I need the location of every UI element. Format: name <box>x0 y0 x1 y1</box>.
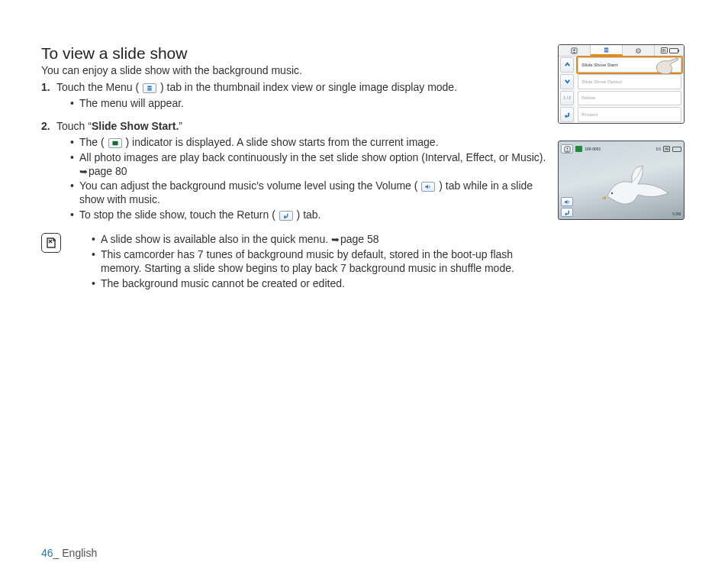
scroll-up-button <box>560 57 574 73</box>
step1-text-b: ) tab in the thumbnail index view or sin… <box>160 81 457 93</box>
step2-text-b: ” <box>179 120 182 132</box>
menu-row-protect: Protect <box>578 107 681 122</box>
resolution-label: 5.0M <box>672 212 681 216</box>
page-indicator: 1 / 2 <box>560 91 574 106</box>
battery-icon <box>672 147 681 152</box>
touch-finger-icon <box>653 58 679 75</box>
svg-point-7 <box>566 147 568 149</box>
step-2: Touch “Slide Show Start.” The ( ) indica… <box>41 120 556 222</box>
tab-settings-icon <box>623 45 655 56</box>
note-bullet-3: The background music cannot be created o… <box>92 277 556 291</box>
overlay-playback-icon <box>561 144 573 154</box>
seagull-image <box>600 163 673 208</box>
step1-bullet-1: The menu will appear. <box>70 97 556 111</box>
step2-bullet-3: You can adjust the background music's vo… <box>70 179 556 207</box>
illustration-playback-screen: 100-0001 1/1 IN 5.0M <box>558 141 685 220</box>
battery-icon <box>669 48 678 53</box>
section-title: To view a slide show <box>41 44 556 63</box>
page-ref-arrow-icon <box>331 233 340 245</box>
file-counter: 100-0001 <box>585 147 601 151</box>
overlay-return-button <box>561 208 573 217</box>
step1-text-a: Touch the Menu ( <box>56 81 139 93</box>
menu-row-slide-show-start: Slide Show Start <box>578 57 681 73</box>
intro-text: You can enjoy a slide show with the back… <box>41 64 556 76</box>
volume-icon <box>421 182 435 192</box>
tab-menu-icon <box>591 45 623 56</box>
note-bullet-2: This camcorder has 7 tunes of background… <box>92 248 556 276</box>
tab-playback-icon <box>559 45 591 56</box>
status-in-badge: IN <box>663 146 670 152</box>
svg-point-4 <box>638 50 639 51</box>
step2-bullet-1: The ( ) indicator is displayed. A slide … <box>70 136 556 150</box>
overlay-volume-button <box>561 197 573 206</box>
status-in-badge: IN <box>661 47 668 53</box>
svg-rect-0 <box>112 141 118 144</box>
image-index: 1/1 <box>656 147 661 151</box>
step2-bullet-2: All photo images are play back continuou… <box>70 151 556 179</box>
scroll-down-button <box>560 74 574 89</box>
svg-point-2 <box>574 49 575 50</box>
note-bullet-1: A slide show is available also in the qu… <box>92 233 556 247</box>
page-number: 46 <box>41 547 53 559</box>
note-icon <box>41 233 61 253</box>
footer-language: English <box>62 547 97 559</box>
return-button <box>560 107 574 122</box>
slideshow-indicator-icon <box>108 138 122 148</box>
menu-row-slide-show-option: Slide Show Option <box>578 74 681 89</box>
illustration-menu-screen: IN 1 / 2 Slide Show Start <box>558 44 685 124</box>
step2-text-a: Touch “ <box>56 120 92 132</box>
svg-rect-8 <box>576 146 581 151</box>
step2-bold: Slide Show Start. <box>92 120 179 132</box>
menu-row-delete: Delete <box>578 91 681 106</box>
step-1: Touch the Menu ( ) tab in the thumbnail … <box>41 81 556 111</box>
page-footer: 46_ English <box>41 547 97 559</box>
return-icon <box>279 211 293 221</box>
svg-point-5 <box>611 192 613 194</box>
step2-bullet-4: To stop the slide show, touch the Return… <box>70 208 556 222</box>
menu-icon <box>143 83 156 93</box>
page-ref-arrow-icon <box>79 165 89 177</box>
card-indicator-icon <box>575 146 582 152</box>
status-area: IN <box>655 45 684 56</box>
note-block: A slide show is available also in the qu… <box>41 233 556 292</box>
